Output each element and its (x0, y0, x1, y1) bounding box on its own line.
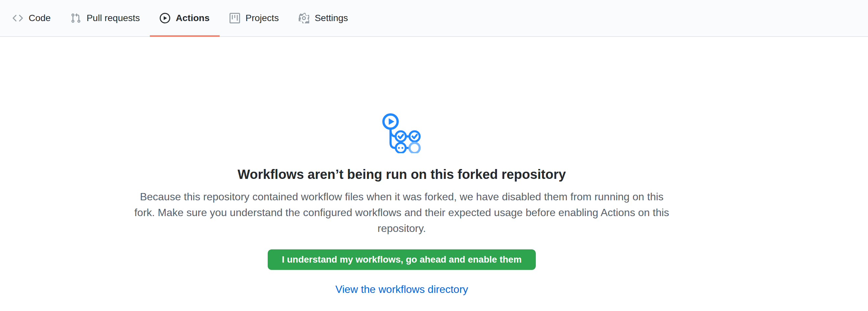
tab-code[interactable]: Code (3, 0, 61, 36)
enable-workflows-button[interactable]: I understand my workflows, go ahead and … (268, 249, 536, 270)
git-pull-request-icon (70, 13, 81, 23)
tab-actions[interactable]: Actions (150, 0, 220, 36)
gear-icon (299, 13, 309, 23)
code-icon (12, 13, 23, 23)
project-icon (229, 13, 240, 23)
blankslate-description: Because this repository contained workfl… (132, 189, 672, 236)
tab-label: Code (29, 13, 51, 23)
tab-label: Projects (246, 13, 279, 23)
workflow-graph-icon (382, 113, 422, 153)
play-icon (160, 13, 170, 23)
tab-label: Actions (176, 13, 210, 23)
tab-settings[interactable]: Settings (289, 0, 358, 36)
workflows-directory-link[interactable]: View the workflows directory (0, 283, 803, 296)
tab-label: Settings (315, 13, 348, 23)
tab-pull-requests[interactable]: Pull requests (61, 0, 150, 36)
repo-tab-bar: Code Pull requests Actions Projects Sett… (0, 0, 868, 37)
tab-label: Pull requests (87, 13, 140, 23)
actions-blankslate: Workflows aren’t being run on this forke… (0, 37, 803, 296)
blankslate-heading: Workflows aren’t being run on this forke… (0, 166, 803, 182)
tab-projects[interactable]: Projects (220, 0, 289, 36)
